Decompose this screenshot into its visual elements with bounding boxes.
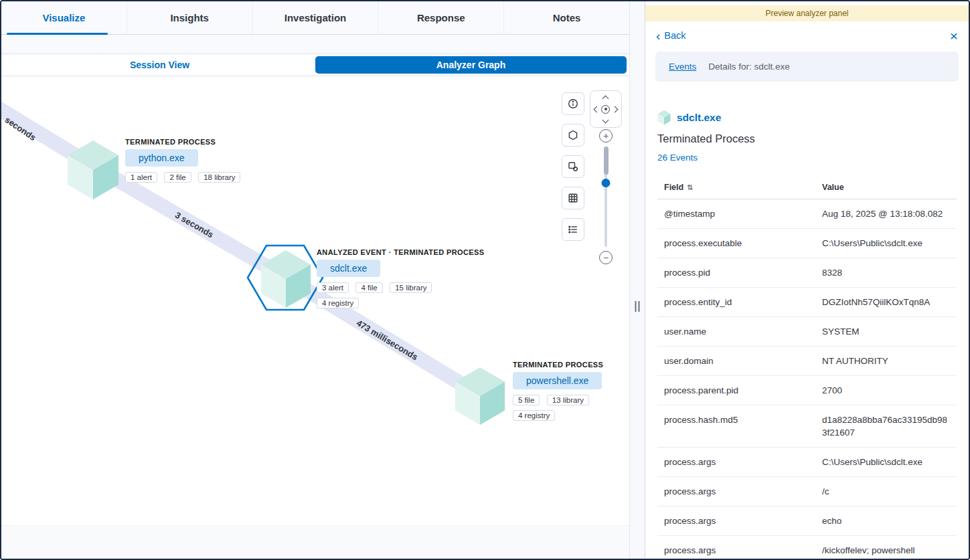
process-type-label: ANALYZED EVENT · TERMINATED PROCESS — [317, 248, 485, 256]
table-header-row: Field⇅ Value — [657, 176, 957, 199]
field-cell: process.args — [657, 506, 815, 536]
value-cell: /kickoffelev; powershell — [815, 536, 957, 559]
value-cell: DGZIotNh57QiilKOxTqn8A — [815, 288, 957, 317]
panel-divider — [629, 1, 645, 559]
panel-content: sdclt.exe Terminated Process 26 Events F… — [645, 91, 969, 559]
field-cell: user.name — [657, 317, 815, 347]
table-row: process.entity_id DGZIotNh57QiilKOxTqn8A — [657, 288, 957, 317]
process-name-button[interactable]: python.exe — [125, 149, 198, 167]
file-count-badge: 2 file — [164, 172, 191, 183]
field-cell: process.entity_id — [657, 288, 815, 317]
table-row: process.pid 8328 — [657, 258, 957, 288]
events-count-link[interactable]: 26 Events — [657, 153, 957, 163]
edge-duration-label: 3 seconds — [173, 210, 216, 240]
top-tabbar: Visualize Insights Investigation Respons… — [1, 1, 629, 35]
field-cell: process.args — [657, 536, 815, 559]
panel-tabbar: Events Details for: sdclt.exe — [655, 52, 959, 82]
chevron-left-icon: ‹ — [656, 29, 660, 42]
value-cell: 2700 — [815, 376, 957, 405]
pan-right-button[interactable] — [611, 106, 618, 112]
analyzer-graph-canvas[interactable]: seconds 3 seconds 473 milliseconds TERMI… — [1, 76, 629, 559]
field-cell: process.parent.pid — [657, 376, 815, 405]
table-row: user.domain NT AUTHORITY — [657, 347, 957, 376]
table-row: process.args C:\Users\Public\sdclt.exe — [657, 448, 957, 477]
library-count-badge: 15 library — [390, 282, 432, 293]
table-row: process.args echo — [657, 506, 957, 536]
field-cell: process.args — [657, 477, 815, 506]
close-icon[interactable]: × — [950, 29, 958, 43]
field-column-header[interactable]: Field⇅ — [657, 176, 815, 199]
file-count-badge: 4 file — [355, 282, 382, 293]
table-row: user.name SYSTEM — [657, 317, 957, 347]
node-legend-button[interactable] — [562, 155, 584, 178]
pan-left-button[interactable] — [594, 106, 600, 112]
field-cell: process.pid — [657, 258, 815, 288]
alert-count-badge: 3 alert — [317, 282, 349, 293]
table-row: process.args /c — [657, 477, 957, 506]
node-title-row: sdclt.exe — [657, 110, 957, 125]
analyzer-graph-button[interactable]: Analyzer Graph — [315, 56, 627, 74]
info-icon — [568, 98, 578, 109]
value-cell: Aug 18, 2025 @ 13:18:08.082 — [815, 199, 957, 229]
info-button[interactable] — [562, 92, 584, 115]
zoom-slider[interactable] — [604, 147, 607, 247]
field-cell: process.executable — [657, 229, 815, 258]
process-node-powershell: TERMINATED PROCESS powershell.exe 5 file… — [513, 361, 603, 424]
center-camera-button[interactable] — [601, 105, 610, 114]
grid-view-button[interactable] — [562, 187, 584, 209]
session-view-button[interactable]: Session View — [4, 56, 315, 74]
pan-up-button[interactable] — [602, 95, 609, 102]
tab-insights[interactable]: Insights — [127, 1, 253, 34]
schema-button[interactable] — [562, 124, 584, 147]
preview-analyzer-panel: Preview analyzer panel ‹ Back × Events D… — [645, 1, 969, 559]
tab-response[interactable]: Response — [378, 1, 504, 34]
value-cell: 8328 — [815, 258, 957, 288]
zoom-in-button[interactable]: + — [599, 129, 613, 143]
table-row: process.executable C:\Users\Public\sdclt… — [657, 229, 957, 258]
zoom-slider-fill — [604, 147, 609, 175]
node-settings-icon — [568, 161, 578, 172]
process-node-python: TERMINATED PROCESS python.exe 1 alert 2 … — [125, 138, 244, 186]
tab-investigation[interactable]: Investigation — [253, 1, 379, 34]
edge-duration-label: 473 milliseconds — [355, 318, 420, 362]
registry-count-badge: 4 registry — [513, 410, 555, 421]
process-cube-python[interactable] — [66, 139, 120, 201]
camera-pad — [590, 90, 622, 128]
library-count-badge: 13 library — [547, 395, 589, 405]
process-name-button[interactable]: sdclt.exe — [317, 260, 380, 277]
zoom-control: + − — [596, 129, 616, 264]
library-count-badge: 18 library — [198, 172, 240, 183]
value-cell: NT AUTHORITY — [815, 347, 957, 376]
graph-controls — [562, 92, 584, 241]
value-cell: SYSTEM — [815, 317, 957, 347]
process-name-button[interactable]: powershell.exe — [513, 372, 602, 389]
tab-visualize[interactable]: Visualize — [1, 1, 127, 34]
panel-resize-handle[interactable] — [635, 301, 640, 312]
process-node-sdclt: ANALYZED EVENT · TERMINATED PROCESS sdcl… — [317, 248, 485, 312]
back-label: Back — [664, 30, 685, 41]
value-cell: d1a8228a8bba76ac33195db983f21607 — [815, 405, 957, 448]
back-button[interactable]: ‹ Back — [656, 29, 686, 42]
process-type-label: TERMINATED PROCESS — [513, 361, 603, 369]
events-tab[interactable]: Events — [669, 62, 696, 72]
table-row: process.hash.md5 d1a8228a8bba76ac33195db… — [657, 405, 957, 448]
table-row: process.args /kickoffelev; powershell — [657, 536, 957, 559]
process-cube-sdclt[interactable] — [260, 249, 312, 309]
value-cell: C:\Users\Public\sdclt.exe — [815, 448, 957, 477]
pan-down-button[interactable] — [602, 116, 609, 123]
alert-count-badge: 1 alert — [125, 172, 157, 183]
process-type-label: TERMINATED PROCESS — [125, 138, 244, 146]
tab-notes[interactable]: Notes — [504, 1, 629, 34]
field-cell: process.hash.md5 — [657, 405, 815, 448]
zoom-out-button[interactable]: − — [599, 251, 613, 264]
process-cube-powershell[interactable] — [454, 366, 506, 426]
zoom-slider-thumb[interactable] — [602, 179, 611, 187]
value-cell: echo — [815, 506, 957, 536]
table-row: process.parent.pid 2700 — [657, 376, 957, 405]
panel-header-row: ‹ Back × — [645, 24, 969, 48]
value-cell: C:\Users\Public\sdclt.exe — [815, 229, 957, 258]
node-title-link[interactable]: sdclt.exe — [677, 112, 721, 124]
app-window: Visualize Insights Investigation Respons… — [0, 0, 970, 560]
sort-icon[interactable]: ⇅ — [687, 183, 693, 191]
events-list-button[interactable] — [562, 218, 584, 241]
